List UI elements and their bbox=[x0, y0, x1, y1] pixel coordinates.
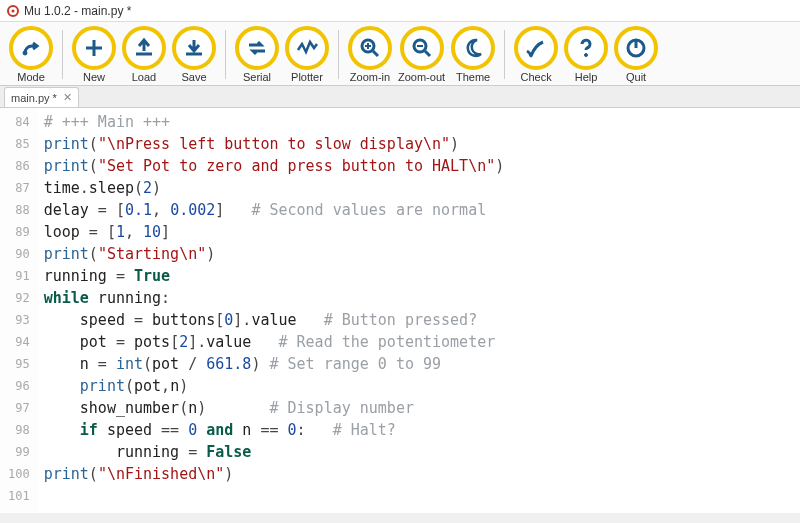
svg-point-13 bbox=[585, 54, 588, 57]
check-button[interactable]: Check bbox=[514, 26, 558, 83]
svg-line-10 bbox=[425, 51, 430, 56]
code-line[interactable]: print(pot,n) bbox=[44, 375, 505, 397]
window-title: Mu 1.0.2 - main.py * bbox=[24, 4, 131, 18]
code-line[interactable]: speed = buttons[0].value # Button presse… bbox=[44, 309, 505, 331]
new-icon bbox=[72, 26, 116, 70]
mode-label: Mode bbox=[17, 71, 45, 83]
line-number: 85 bbox=[8, 133, 30, 155]
app-icon bbox=[6, 4, 20, 18]
quit-icon bbox=[614, 26, 658, 70]
mode-button[interactable]: Mode bbox=[9, 26, 53, 83]
line-number: 96 bbox=[8, 375, 30, 397]
load-button[interactable]: Load bbox=[122, 26, 166, 83]
code-line[interactable]: print("Starting\n") bbox=[44, 243, 505, 265]
code-line[interactable]: while running: bbox=[44, 287, 505, 309]
code-line[interactable]: running = True bbox=[44, 265, 505, 287]
svg-line-6 bbox=[373, 51, 378, 56]
code-line[interactable]: # +++ Main +++ bbox=[44, 111, 505, 133]
line-number: 84 bbox=[8, 111, 30, 133]
tab-main[interactable]: main.py * ✕ bbox=[4, 87, 79, 107]
line-number: 97 bbox=[8, 397, 30, 419]
save-button[interactable]: Save bbox=[172, 26, 216, 83]
save-icon bbox=[172, 26, 216, 70]
check-label: Check bbox=[520, 71, 551, 83]
help-label: Help bbox=[575, 71, 598, 83]
quit-button[interactable]: Quit bbox=[614, 26, 658, 83]
line-number: 87 bbox=[8, 177, 30, 199]
plotter-label: Plotter bbox=[291, 71, 323, 83]
zoomout-icon bbox=[400, 26, 444, 70]
line-number: 101 bbox=[8, 485, 30, 507]
line-number: 90 bbox=[8, 243, 30, 265]
code-line[interactable]: show_number(n) # Display number bbox=[44, 397, 505, 419]
theme-icon bbox=[451, 26, 495, 70]
load-label: Load bbox=[132, 71, 156, 83]
line-number: 93 bbox=[8, 309, 30, 331]
line-number: 94 bbox=[8, 331, 30, 353]
code-line[interactable]: print("\nFinished\n") bbox=[44, 463, 505, 485]
plotter-button[interactable]: Plotter bbox=[285, 26, 329, 83]
zoomin-icon bbox=[348, 26, 392, 70]
svg-point-1 bbox=[12, 9, 15, 12]
code-line[interactable]: n = int(pot / 661.8) # Set range 0 to 99 bbox=[44, 353, 505, 375]
line-number: 86 bbox=[8, 155, 30, 177]
new-button[interactable]: New bbox=[72, 26, 116, 83]
line-number: 99 bbox=[8, 441, 30, 463]
serial-label: Serial bbox=[243, 71, 271, 83]
theme-label: Theme bbox=[456, 71, 490, 83]
new-label: New bbox=[83, 71, 105, 83]
code-line[interactable]: time.sleep(2) bbox=[44, 177, 505, 199]
tab-label: main.py * bbox=[11, 92, 57, 104]
serial-icon bbox=[235, 26, 279, 70]
svg-point-2 bbox=[23, 51, 27, 55]
code-line[interactable]: print("\nPress left button to slow displ… bbox=[44, 133, 505, 155]
tab-bar: main.py * ✕ bbox=[0, 86, 800, 108]
zoomin-label: Zoom-in bbox=[350, 71, 390, 83]
help-icon bbox=[564, 26, 608, 70]
quit-label: Quit bbox=[626, 71, 646, 83]
code-line[interactable]: print("Set Pot to zero and press button … bbox=[44, 155, 505, 177]
code-line[interactable]: if speed == 0 and n == 0: # Halt? bbox=[44, 419, 505, 441]
theme-button[interactable]: Theme bbox=[451, 26, 495, 83]
line-gutter: 84858687888990919293949596979899100101 bbox=[0, 108, 38, 513]
line-number: 88 bbox=[8, 199, 30, 221]
zoomin-button[interactable]: Zoom-in bbox=[348, 26, 392, 83]
check-icon bbox=[514, 26, 558, 70]
serial-button[interactable]: Serial bbox=[235, 26, 279, 83]
close-icon[interactable]: ✕ bbox=[63, 91, 72, 104]
line-number: 89 bbox=[8, 221, 30, 243]
toolbar: ModeNewLoadSaveSerialPlotterZoom-inZoom-… bbox=[0, 22, 800, 86]
code-editor[interactable]: 84858687888990919293949596979899100101 #… bbox=[0, 108, 800, 513]
line-number: 91 bbox=[8, 265, 30, 287]
line-number: 98 bbox=[8, 419, 30, 441]
zoomout-button[interactable]: Zoom-out bbox=[398, 26, 445, 83]
code-line[interactable]: loop = [1, 10] bbox=[44, 221, 505, 243]
mode-icon bbox=[9, 26, 53, 70]
code-line[interactable]: running = False bbox=[44, 441, 505, 463]
save-label: Save bbox=[181, 71, 206, 83]
line-number: 92 bbox=[8, 287, 30, 309]
window-titlebar: Mu 1.0.2 - main.py * bbox=[0, 0, 800, 22]
svg-point-12 bbox=[530, 55, 532, 57]
zoomout-label: Zoom-out bbox=[398, 71, 445, 83]
code-line[interactable]: pot = pots[2].value # Read the potentiom… bbox=[44, 331, 505, 353]
line-number: 100 bbox=[8, 463, 30, 485]
code-line[interactable]: delay = [0.1, 0.002] # Second values are… bbox=[44, 199, 505, 221]
help-button[interactable]: Help bbox=[564, 26, 608, 83]
load-icon bbox=[122, 26, 166, 70]
line-number: 95 bbox=[8, 353, 30, 375]
plotter-icon bbox=[285, 26, 329, 70]
code-area[interactable]: # +++ Main +++print("\nPress left button… bbox=[38, 108, 505, 513]
